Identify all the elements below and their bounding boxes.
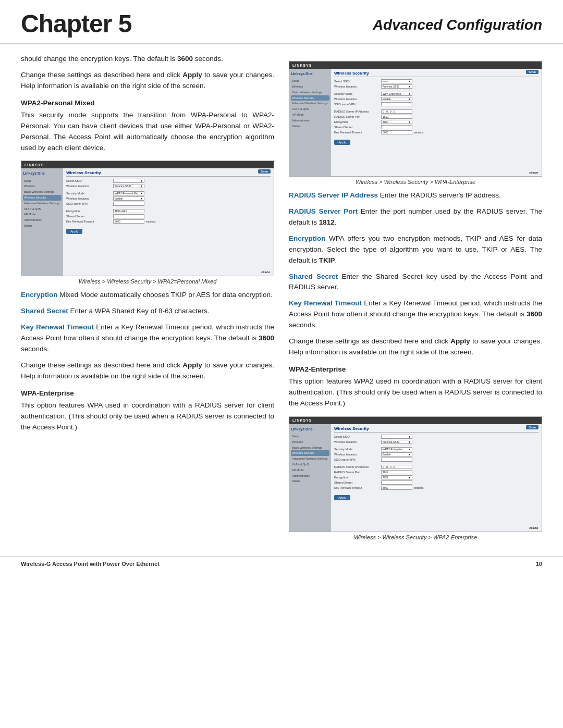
linksys-logo-1: LINKSYS (25, 163, 44, 167)
encryption-para: Encryption Mixed Mode automatically choo… (21, 290, 274, 301)
right-key-renewal-para: Key Renewal Timeout Enter a Key Renewal … (289, 298, 542, 331)
change-settings-1: Change these settings as described here … (21, 360, 274, 382)
left-column: should change the encryption keys. The d… (21, 54, 274, 546)
section1-para: This security mode supports the transiti… (21, 110, 274, 154)
ss-sidebar-3: Linksys One Setup Wireless Basic Wireles… (289, 424, 331, 532)
linksys-logo-2: LINKSYS (292, 64, 312, 67)
page-footer: Wireless-G Access Point with Power Over … (0, 556, 563, 571)
intro-para-2: Change these settings as described here … (21, 70, 274, 92)
screenshot-wpa2-enterprise: LINKSYS Linksys One Setup Wireless Basic… (289, 416, 542, 532)
section3-para: This option features WPA2 used in coordi… (289, 376, 542, 409)
screenshot-wpa-enterprise: LINKSYS Linksys One Setup Wireless Basic… (289, 61, 542, 177)
screenshot3-caption: Wireless > Wireless Security > WPA2-Ente… (289, 534, 542, 540)
radius-port-para: RADIUS Server Port Enter the port number… (289, 206, 542, 228)
section2-para: This option features WPA used in coordin… (21, 400, 274, 433)
screenshot2-caption: Wireless > Wireless Security > WPA-Enter… (289, 179, 542, 185)
ss-main-1: Wireless Security Save Select SSID —— ▼ … (63, 168, 274, 276)
ss-topbar-3: LINKSYS (289, 417, 542, 424)
linksys-logo-3: LINKSYS (292, 418, 312, 422)
ss-sidebar-2: Linksys One Setup Wireless Basic Wireles… (289, 69, 331, 176)
ss-apply-btn-1: Apply (66, 229, 82, 234)
ss-topbar-1: LINKSYS (21, 161, 274, 168)
section-title: Advanced Configuration (373, 9, 542, 33)
ss-sidebar-1: Linksys One Setup Wireless Basic Wireles… (21, 168, 63, 276)
cisco-logo-2: cisco (529, 171, 538, 174)
change-settings-2: Change these settings as described here … (289, 336, 542, 358)
right-shared-para: Shared Secret Enter the Shared Secret ke… (289, 272, 542, 293)
right-column: LINKSYS Linksys One Setup Wireless Basic… (289, 54, 542, 546)
shared-para: Shared Secret Enter a WPA Shared Key of … (21, 306, 274, 317)
wpa2-enterprise-heading: WPA2-Enterprise (289, 365, 542, 373)
page-header: Chapter 5 Advanced Configuration (0, 0, 563, 44)
wpa-enterprise-heading: WPA-Enterprise (21, 389, 274, 397)
radius-ip-para: RADIUS Server IP Address Enter the RADIU… (289, 190, 542, 201)
key-renewal-para: Key Renewal Timeout Enter a Key Renewal … (21, 322, 274, 355)
content-area: should change the encryption keys. The d… (0, 54, 563, 546)
screenshot1-caption: Wireless > Wireless Security > WPA2=Pers… (21, 278, 274, 285)
screenshot-wpa2-personal-mixed: LINKSYS Linksys One Setup Wireless Basic… (21, 161, 274, 276)
wpa2-personal-mixed-heading: WPA2-Personal Mixed (21, 99, 274, 107)
ss-main-2: Wireless Security Save Select SSID —— ▼ … (331, 69, 542, 176)
ss-apply-btn-2: Apply (334, 140, 350, 145)
footer-page-number: 10 (536, 561, 542, 567)
right-encryption-para: Encryption WPA offers you two encryption… (289, 233, 542, 266)
cisco-logo-1: cisco (261, 270, 271, 274)
ss-topbar-2: LINKSYS (289, 61, 542, 69)
chapter-title: Chapter 5 (21, 9, 131, 38)
ss-apply-btn-3: Apply (334, 495, 350, 500)
intro-para-1: should change the encryption keys. The d… (21, 54, 274, 65)
cisco-logo-3: cisco (529, 526, 538, 529)
footer-left-text: Wireless-G Access Point with Power Over … (21, 561, 160, 567)
ss-main-3: Wireless Security Save Select SSID —— ▼ … (331, 424, 542, 532)
